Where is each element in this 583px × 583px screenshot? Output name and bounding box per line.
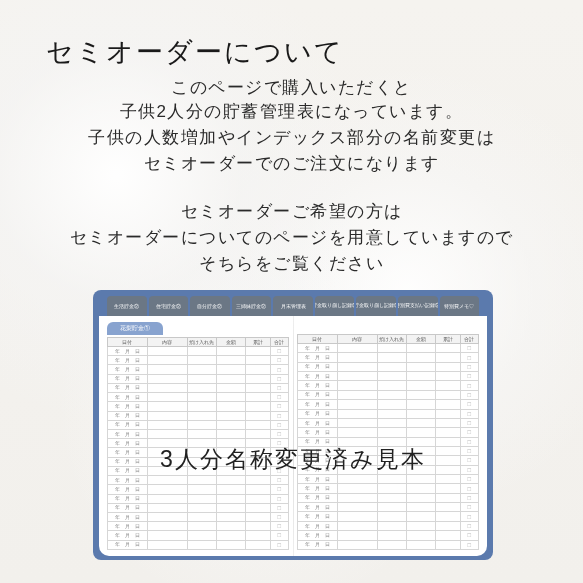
cell-deposit <box>377 353 406 362</box>
cell-date: 年 月 日 <box>108 402 148 411</box>
cell-item <box>337 400 377 409</box>
cell-sum <box>245 503 270 512</box>
cell-date: 年 月 日 <box>298 512 338 521</box>
tab-7: 貯金取り崩し記録② <box>356 296 396 316</box>
cell-deposit <box>377 484 406 493</box>
cell-date: 年 月 日 <box>298 381 338 390</box>
cell-date: 年 月 日 <box>298 418 338 427</box>
cell-deposit <box>187 503 216 512</box>
cell-deposit <box>187 347 216 356</box>
col-deposit: 預け入れ先 <box>187 338 216 347</box>
cell-date: 年 月 日 <box>108 485 148 494</box>
cell-amount <box>216 494 245 503</box>
table-row: 年 月 日☐ <box>108 522 289 531</box>
table-row: 年 月 日☐ <box>108 512 289 521</box>
cell-check: ☐ <box>460 540 478 549</box>
description-line-3: 子供の人数増加やインデックス部分の名前変更は <box>0 126 583 149</box>
cell-date: 年 月 日 <box>108 522 148 531</box>
cell-deposit <box>377 512 406 521</box>
cell-item <box>337 484 377 493</box>
cell-check: ☐ <box>460 381 478 390</box>
cell-item <box>337 503 377 512</box>
cell-date: 年 月 日 <box>108 531 148 540</box>
cell-amount <box>406 540 435 549</box>
cell-check: ☐ <box>460 521 478 530</box>
cell-deposit <box>377 344 406 353</box>
cell-amount <box>216 476 245 485</box>
cell-check: ☐ <box>460 512 478 521</box>
table-row: 年 月 日☐ <box>108 393 289 402</box>
cell-date: 年 月 日 <box>298 503 338 512</box>
cell-date: 年 月 日 <box>108 476 148 485</box>
cell-date: 年 月 日 <box>298 484 338 493</box>
tab-9: 特別費メモ♡ <box>440 296 480 316</box>
cell-amount <box>406 521 435 530</box>
cell-check: ☐ <box>460 362 478 371</box>
table-row: 年 月 日☐ <box>298 390 479 399</box>
cell-deposit <box>187 429 216 438</box>
cell-sum <box>435 475 460 484</box>
cell-item <box>337 409 377 418</box>
cell-sum <box>245 402 270 411</box>
col-deposit: 預け入れ先 <box>377 335 406 344</box>
cell-sum <box>245 522 270 531</box>
table-row: 年 月 日☐ <box>298 493 479 502</box>
cell-sum <box>245 540 270 549</box>
cell-sum <box>245 512 270 521</box>
cell-date: 年 月 日 <box>108 365 148 374</box>
cell-deposit <box>377 381 406 390</box>
cell-amount <box>406 531 435 540</box>
cell-check: ☐ <box>270 365 288 374</box>
cell-amount <box>216 485 245 494</box>
cell-date: 年 月 日 <box>298 409 338 418</box>
cell-item <box>147 429 187 438</box>
cell-deposit <box>187 522 216 531</box>
col-amount: 金額 <box>406 335 435 344</box>
cell-item <box>337 390 377 399</box>
right-page: . 日付 内容 預け入れ先 金額 累計 合計 年 月 日☐年 月 日☐年 月 日… <box>297 322 479 550</box>
table-row: 年 月 日☐ <box>298 521 479 530</box>
cell-check: ☐ <box>270 356 288 365</box>
cell-check: ☐ <box>460 372 478 381</box>
cell-item <box>337 428 377 437</box>
table-row: 年 月 日☐ <box>108 347 289 356</box>
notebook-tabs: 生活貯金② 住宅貯金② 自分貯金② 三姉妹貯金② 月末管理表 貯金取り崩し記録②… <box>99 296 487 316</box>
table-row: 年 月 日☐ <box>298 372 479 381</box>
cell-sum <box>245 374 270 383</box>
cell-deposit <box>187 485 216 494</box>
cell-date: 年 月 日 <box>108 503 148 512</box>
cell-amount <box>406 409 435 418</box>
sample-overlay-text: 3人分名称変更済み見本 <box>99 444 487 475</box>
cell-item <box>147 411 187 420</box>
cell-sum <box>435 540 460 549</box>
cell-date: 年 月 日 <box>298 390 338 399</box>
cell-check: ☐ <box>270 383 288 392</box>
cell-deposit <box>377 475 406 484</box>
cell-amount <box>406 390 435 399</box>
cell-item <box>337 540 377 549</box>
cell-item <box>337 353 377 362</box>
table-row: 年 月 日☐ <box>298 344 479 353</box>
cell-item <box>337 531 377 540</box>
table-row: 年 月 日☐ <box>298 475 479 484</box>
description-line-1: このページで購入いただくと <box>0 76 583 99</box>
description-line-4: セミオーダーでのご注文になります <box>0 152 583 175</box>
description-line-5: セミオーダーご希望の方は <box>0 200 583 223</box>
table-row: 年 月 日☐ <box>108 540 289 549</box>
cell-date: 年 月 日 <box>108 356 148 365</box>
col-date: 日付 <box>298 335 338 344</box>
cell-date: 年 月 日 <box>298 540 338 549</box>
cell-deposit <box>377 521 406 530</box>
tab-5: 月末管理表 <box>273 296 313 316</box>
table-row: 年 月 日☐ <box>298 418 479 427</box>
table-row: 年 月 日☐ <box>298 400 479 409</box>
cell-item <box>337 381 377 390</box>
cell-item <box>147 374 187 383</box>
cell-sum <box>435 512 460 521</box>
cell-deposit <box>377 418 406 427</box>
cell-sum <box>435 409 460 418</box>
cell-amount <box>406 418 435 427</box>
cell-deposit <box>187 476 216 485</box>
cell-sum <box>245 365 270 374</box>
cell-date: 年 月 日 <box>108 411 148 420</box>
